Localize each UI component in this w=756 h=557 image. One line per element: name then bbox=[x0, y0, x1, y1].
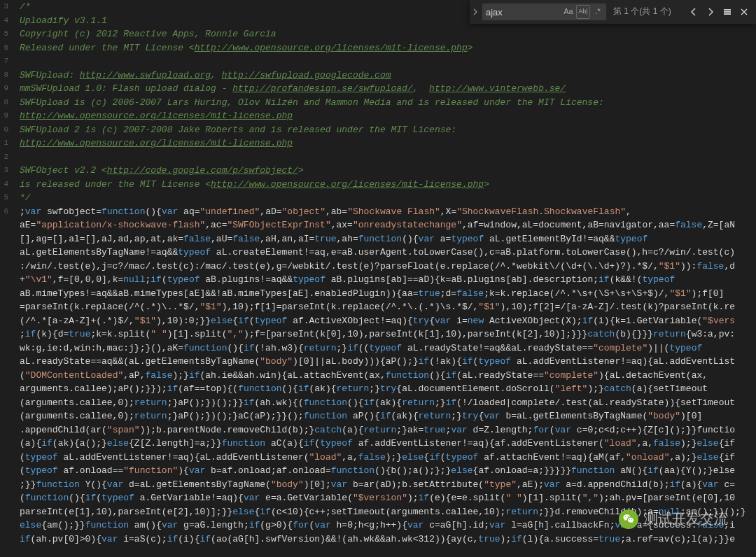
line-number bbox=[0, 451, 10, 465]
code-line[interactable]: :/win/.test(e),j=c?/mac/.test(c):/mac/.t… bbox=[20, 260, 756, 274]
code-line[interactable]: (typeof af.onload=="function"){var b=af.… bbox=[20, 464, 756, 478]
line-number: 3 bbox=[0, 0, 10, 14]
code-line[interactable]: +"\v1",f=[0,0,0],k=null;if(typeof aB.plu… bbox=[20, 273, 756, 287]
line-number bbox=[0, 218, 10, 232]
line-number bbox=[0, 355, 10, 369]
line-number: 7 bbox=[0, 55, 10, 69]
code-line[interactable]: (arguments.callee,0);return;}aP();})();}… bbox=[20, 409, 756, 423]
code-line[interactable]: aE="application/x-shockwave-flash",ac="S… bbox=[20, 218, 756, 232]
code-line[interactable]: arguments.callee);aP();}});if(af==top){(… bbox=[20, 382, 756, 396]
line-number: 9 bbox=[0, 82, 10, 96]
line-number bbox=[0, 382, 10, 396]
line-number bbox=[0, 533, 10, 547]
code-content[interactable]: /*Uploadify v3.1.1Copyright (c) 2012 Rea… bbox=[10, 0, 756, 557]
code-line[interactable]: ;var swfobject=function(){var aq="undefi… bbox=[20, 205, 756, 219]
line-number: 4 bbox=[0, 178, 10, 192]
line-number bbox=[0, 369, 10, 383]
code-line[interactable]: SWFUpload 2 is (c) 2007-2008 Jake Robert… bbox=[20, 123, 756, 137]
line-number bbox=[0, 505, 10, 519]
code-line[interactable]: (typeof aL.addEventListener!=aq){aL.addE… bbox=[20, 451, 756, 465]
code-line[interactable]: Copyright (c) 2012 Reactive Apps, Ronnie… bbox=[20, 27, 756, 41]
line-number bbox=[0, 519, 10, 533]
code-line[interactable]: ;}}function Y(){var d=aL.getElementsByTa… bbox=[20, 478, 756, 492]
code-line[interactable]: ("DOMContentLoaded",aP,false);}if(ah.ie&… bbox=[20, 369, 756, 383]
code-line[interactable]: wk:g,ie:d,win:h,mac:j};}(),aK=function()… bbox=[20, 341, 756, 355]
code-line[interactable] bbox=[20, 150, 756, 164]
line-number: 6 bbox=[0, 41, 10, 55]
close-find-icon[interactable] bbox=[736, 4, 752, 20]
code-line[interactable]: ;if(k){d=true;k=k.split(" ")[1].split(",… bbox=[20, 327, 756, 341]
find-widget: Aa Ab| .* 第 1 个(共 1 个) bbox=[470, 0, 756, 24]
find-in-selection-icon[interactable] bbox=[720, 4, 735, 20]
line-number bbox=[0, 478, 10, 492]
line-number: 9 bbox=[0, 109, 10, 123]
line-number bbox=[0, 287, 10, 301]
line-number bbox=[0, 437, 10, 451]
line-number bbox=[0, 341, 10, 355]
next-match-icon[interactable] bbox=[703, 4, 718, 20]
code-editor[interactable]: 3456789890123456 /*Uploadify v3.1.1Copyr… bbox=[0, 0, 756, 557]
line-number: 5 bbox=[0, 191, 10, 205]
line-number: 5 bbox=[0, 27, 10, 41]
line-number bbox=[0, 260, 10, 274]
code-line[interactable]: mmSWFUpload 1.0: Flash upload dialog - h… bbox=[20, 82, 756, 96]
code-line[interactable]: (/^.*[a-zA-Z]+(.*)$/,"$1"),10):0;}}else{… bbox=[20, 314, 756, 328]
line-number bbox=[0, 273, 10, 287]
find-input-container: Aa Ab| .* bbox=[482, 3, 606, 20]
code-line[interactable]: aL.readyState==aq&&(aL.getElementsByTagN… bbox=[20, 355, 756, 369]
line-number: 6 bbox=[0, 205, 10, 219]
code-line[interactable]: is released under the MIT License <http:… bbox=[20, 178, 756, 192]
code-line[interactable]: Released under the MIT License <http://w… bbox=[20, 41, 756, 55]
code-line[interactable]: aB.mimeTypes!=aq&&aB.mimeTypes[aE]&&!aB.… bbox=[20, 287, 756, 301]
line-number: 2 bbox=[0, 150, 10, 164]
line-number bbox=[0, 396, 10, 410]
code-line[interactable]: .appendChild(ar("span"));b.parentNode.re… bbox=[20, 423, 756, 437]
code-line[interactable]: if(ah.pv[0]>0){var i=aS(c);if(i){if(ao(a… bbox=[20, 533, 756, 547]
line-number bbox=[0, 314, 10, 328]
code-line[interactable]: (a){if(ak){a();}else{Z[Z.length]=a;}}fun… bbox=[20, 437, 756, 451]
code-line[interactable] bbox=[20, 55, 756, 69]
code-line[interactable]: http://www.opensource.org/licenses/mit-l… bbox=[20, 109, 756, 123]
whole-word-toggle[interactable]: Ab| bbox=[576, 5, 590, 19]
code-line[interactable]: SWFUpload is (c) 2006-2007 Lars Huring, … bbox=[20, 96, 756, 110]
code-line[interactable]: (function(){if(typeof a.GetVariable!=aq)… bbox=[20, 491, 756, 505]
code-line[interactable]: aL.getElementsByTagName!=aq&&typeof aL.c… bbox=[20, 246, 756, 260]
line-number: 4 bbox=[0, 14, 10, 28]
svg-rect-0 bbox=[724, 9, 731, 10]
line-number: 8 bbox=[0, 69, 10, 83]
match-case-toggle[interactable]: Aa bbox=[561, 5, 575, 19]
code-line[interactable]: SWFObject v2.2 <http://code.google.com/p… bbox=[20, 164, 756, 178]
code-line[interactable]: */ bbox=[20, 191, 756, 205]
line-number bbox=[0, 491, 10, 505]
line-number bbox=[0, 464, 10, 478]
line-number bbox=[0, 423, 10, 437]
line-number bbox=[0, 246, 10, 260]
line-number bbox=[0, 409, 10, 423]
line-number-gutter: 3456789890123456 bbox=[0, 0, 10, 557]
line-number bbox=[0, 232, 10, 246]
line-number bbox=[0, 327, 10, 341]
code-line[interactable]: http://www.opensource.org/licenses/mit-l… bbox=[20, 136, 756, 150]
previous-match-icon[interactable] bbox=[686, 4, 701, 20]
line-number: 1 bbox=[0, 136, 10, 150]
svg-rect-2 bbox=[724, 13, 731, 15]
code-line[interactable]: (arguments.callee,0);return;}aP();})();}… bbox=[20, 396, 756, 410]
regex-toggle[interactable]: .* bbox=[591, 5, 605, 19]
code-line[interactable]: parseInt(e[1],10),parseInt(e[2],10)];}}e… bbox=[20, 505, 756, 519]
toggle-replace-icon[interactable] bbox=[470, 0, 481, 24]
line-number: 0 bbox=[0, 123, 10, 137]
line-number: 3 bbox=[0, 164, 10, 178]
svg-rect-1 bbox=[724, 11, 731, 13]
code-line[interactable]: else{am();}}function am(){var g=aG.lengt… bbox=[20, 519, 756, 533]
find-actions bbox=[686, 4, 756, 20]
find-input[interactable] bbox=[483, 6, 561, 19]
find-result-count: 第 1 个(共 1 个) bbox=[609, 5, 686, 19]
line-number bbox=[0, 300, 10, 314]
code-line[interactable]: =parseInt(k.replace(/^(.*)\..*$/,"$1"),1… bbox=[20, 300, 756, 314]
code-line[interactable]: SWFUpload: http://www.swfupload.org, htt… bbox=[20, 69, 756, 83]
line-number: 8 bbox=[0, 96, 10, 110]
code-line[interactable]: [],ag=[],al=[],aJ,ad,ap,at,ak=false,aU=f… bbox=[20, 232, 756, 246]
